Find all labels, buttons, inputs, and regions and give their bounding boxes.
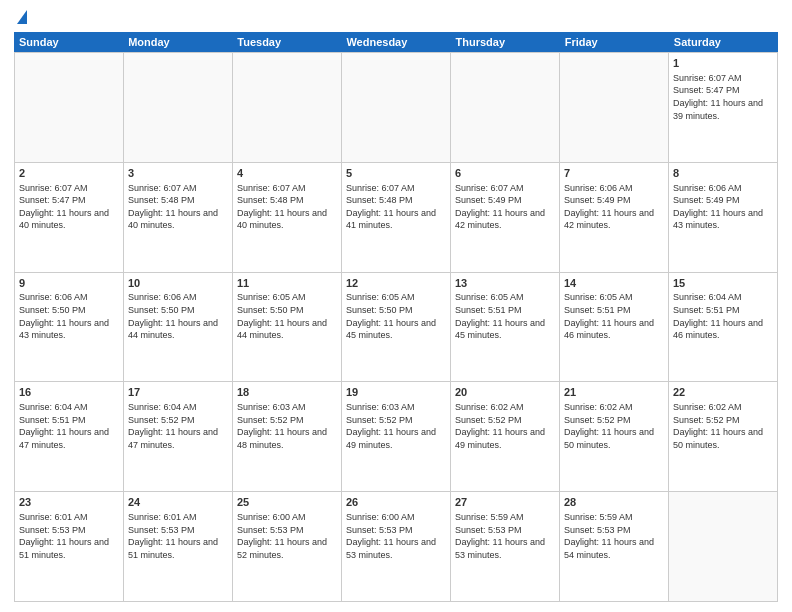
calendar-cell: 9Sunrise: 6:06 AM Sunset: 5:50 PM Daylig… bbox=[15, 273, 124, 382]
calendar-cell: 8Sunrise: 6:06 AM Sunset: 5:49 PM Daylig… bbox=[669, 163, 778, 272]
day-number: 4 bbox=[237, 166, 337, 181]
day-info: Sunrise: 6:04 AM Sunset: 5:52 PM Dayligh… bbox=[128, 401, 228, 451]
day-number: 14 bbox=[564, 276, 664, 291]
calendar-cell: 23Sunrise: 6:01 AM Sunset: 5:53 PM Dayli… bbox=[15, 492, 124, 601]
day-info: Sunrise: 6:07 AM Sunset: 5:48 PM Dayligh… bbox=[346, 182, 446, 232]
day-number: 9 bbox=[19, 276, 119, 291]
day-info: Sunrise: 5:59 AM Sunset: 5:53 PM Dayligh… bbox=[564, 511, 664, 561]
weekday-header: Sunday bbox=[14, 32, 123, 52]
weekday-header: Thursday bbox=[451, 32, 560, 52]
calendar-cell bbox=[233, 53, 342, 162]
calendar-cell: 17Sunrise: 6:04 AM Sunset: 5:52 PM Dayli… bbox=[124, 382, 233, 491]
day-info: Sunrise: 6:04 AM Sunset: 5:51 PM Dayligh… bbox=[19, 401, 119, 451]
calendar-cell: 13Sunrise: 6:05 AM Sunset: 5:51 PM Dayli… bbox=[451, 273, 560, 382]
day-number: 15 bbox=[673, 276, 773, 291]
day-info: Sunrise: 6:00 AM Sunset: 5:53 PM Dayligh… bbox=[237, 511, 337, 561]
calendar-cell: 24Sunrise: 6:01 AM Sunset: 5:53 PM Dayli… bbox=[124, 492, 233, 601]
day-number: 12 bbox=[346, 276, 446, 291]
day-number: 19 bbox=[346, 385, 446, 400]
day-info: Sunrise: 6:05 AM Sunset: 5:50 PM Dayligh… bbox=[237, 291, 337, 341]
page: SundayMondayTuesdayWednesdayThursdayFrid… bbox=[0, 0, 792, 612]
calendar: SundayMondayTuesdayWednesdayThursdayFrid… bbox=[14, 32, 778, 602]
calendar-cell: 2Sunrise: 6:07 AM Sunset: 5:47 PM Daylig… bbox=[15, 163, 124, 272]
calendar-cell: 28Sunrise: 5:59 AM Sunset: 5:53 PM Dayli… bbox=[560, 492, 669, 601]
day-number: 2 bbox=[19, 166, 119, 181]
calendar-body: 1Sunrise: 6:07 AM Sunset: 5:47 PM Daylig… bbox=[14, 52, 778, 602]
logo bbox=[14, 10, 27, 26]
day-number: 8 bbox=[673, 166, 773, 181]
day-info: Sunrise: 6:07 AM Sunset: 5:49 PM Dayligh… bbox=[455, 182, 555, 232]
day-info: Sunrise: 6:05 AM Sunset: 5:51 PM Dayligh… bbox=[564, 291, 664, 341]
day-number: 22 bbox=[673, 385, 773, 400]
calendar-cell: 16Sunrise: 6:04 AM Sunset: 5:51 PM Dayli… bbox=[15, 382, 124, 491]
day-number: 17 bbox=[128, 385, 228, 400]
calendar-cell: 15Sunrise: 6:04 AM Sunset: 5:51 PM Dayli… bbox=[669, 273, 778, 382]
calendar-cell: 6Sunrise: 6:07 AM Sunset: 5:49 PM Daylig… bbox=[451, 163, 560, 272]
day-info: Sunrise: 6:06 AM Sunset: 5:50 PM Dayligh… bbox=[128, 291, 228, 341]
day-number: 11 bbox=[237, 276, 337, 291]
day-number: 27 bbox=[455, 495, 555, 510]
calendar-cell: 4Sunrise: 6:07 AM Sunset: 5:48 PM Daylig… bbox=[233, 163, 342, 272]
calendar-cell: 3Sunrise: 6:07 AM Sunset: 5:48 PM Daylig… bbox=[124, 163, 233, 272]
day-info: Sunrise: 5:59 AM Sunset: 5:53 PM Dayligh… bbox=[455, 511, 555, 561]
day-info: Sunrise: 6:07 AM Sunset: 5:47 PM Dayligh… bbox=[673, 72, 773, 122]
calendar-cell: 19Sunrise: 6:03 AM Sunset: 5:52 PM Dayli… bbox=[342, 382, 451, 491]
calendar-cell: 18Sunrise: 6:03 AM Sunset: 5:52 PM Dayli… bbox=[233, 382, 342, 491]
day-number: 3 bbox=[128, 166, 228, 181]
calendar-cell bbox=[669, 492, 778, 601]
calendar-cell: 27Sunrise: 5:59 AM Sunset: 5:53 PM Dayli… bbox=[451, 492, 560, 601]
calendar-cell bbox=[451, 53, 560, 162]
day-info: Sunrise: 6:00 AM Sunset: 5:53 PM Dayligh… bbox=[346, 511, 446, 561]
day-number: 28 bbox=[564, 495, 664, 510]
day-info: Sunrise: 6:04 AM Sunset: 5:51 PM Dayligh… bbox=[673, 291, 773, 341]
logo-triangle-icon bbox=[17, 10, 27, 24]
day-info: Sunrise: 6:02 AM Sunset: 5:52 PM Dayligh… bbox=[455, 401, 555, 451]
calendar-cell: 26Sunrise: 6:00 AM Sunset: 5:53 PM Dayli… bbox=[342, 492, 451, 601]
calendar-cell: 12Sunrise: 6:05 AM Sunset: 5:50 PM Dayli… bbox=[342, 273, 451, 382]
calendar-cell: 10Sunrise: 6:06 AM Sunset: 5:50 PM Dayli… bbox=[124, 273, 233, 382]
calendar-cell bbox=[15, 53, 124, 162]
calendar-cell: 22Sunrise: 6:02 AM Sunset: 5:52 PM Dayli… bbox=[669, 382, 778, 491]
day-info: Sunrise: 6:07 AM Sunset: 5:48 PM Dayligh… bbox=[128, 182, 228, 232]
day-number: 25 bbox=[237, 495, 337, 510]
calendar-cell bbox=[124, 53, 233, 162]
day-number: 7 bbox=[564, 166, 664, 181]
day-number: 5 bbox=[346, 166, 446, 181]
calendar-cell: 25Sunrise: 6:00 AM Sunset: 5:53 PM Dayli… bbox=[233, 492, 342, 601]
calendar-week: 16Sunrise: 6:04 AM Sunset: 5:51 PM Dayli… bbox=[15, 382, 778, 492]
calendar-week: 2Sunrise: 6:07 AM Sunset: 5:47 PM Daylig… bbox=[15, 163, 778, 273]
day-info: Sunrise: 6:02 AM Sunset: 5:52 PM Dayligh… bbox=[673, 401, 773, 451]
calendar-week: 1Sunrise: 6:07 AM Sunset: 5:47 PM Daylig… bbox=[15, 53, 778, 163]
day-info: Sunrise: 6:01 AM Sunset: 5:53 PM Dayligh… bbox=[128, 511, 228, 561]
header bbox=[14, 10, 778, 26]
day-number: 18 bbox=[237, 385, 337, 400]
day-info: Sunrise: 6:02 AM Sunset: 5:52 PM Dayligh… bbox=[564, 401, 664, 451]
calendar-week: 23Sunrise: 6:01 AM Sunset: 5:53 PM Dayli… bbox=[15, 492, 778, 602]
day-info: Sunrise: 6:06 AM Sunset: 5:49 PM Dayligh… bbox=[564, 182, 664, 232]
calendar-cell: 20Sunrise: 6:02 AM Sunset: 5:52 PM Dayli… bbox=[451, 382, 560, 491]
day-number: 10 bbox=[128, 276, 228, 291]
day-info: Sunrise: 6:06 AM Sunset: 5:50 PM Dayligh… bbox=[19, 291, 119, 341]
day-number: 23 bbox=[19, 495, 119, 510]
weekday-header: Tuesday bbox=[232, 32, 341, 52]
day-info: Sunrise: 6:07 AM Sunset: 5:48 PM Dayligh… bbox=[237, 182, 337, 232]
day-number: 16 bbox=[19, 385, 119, 400]
weekday-header: Friday bbox=[560, 32, 669, 52]
calendar-cell: 11Sunrise: 6:05 AM Sunset: 5:50 PM Dayli… bbox=[233, 273, 342, 382]
day-info: Sunrise: 6:07 AM Sunset: 5:47 PM Dayligh… bbox=[19, 182, 119, 232]
day-number: 20 bbox=[455, 385, 555, 400]
day-info: Sunrise: 6:03 AM Sunset: 5:52 PM Dayligh… bbox=[346, 401, 446, 451]
calendar-cell bbox=[560, 53, 669, 162]
day-info: Sunrise: 6:06 AM Sunset: 5:49 PM Dayligh… bbox=[673, 182, 773, 232]
day-info: Sunrise: 6:05 AM Sunset: 5:51 PM Dayligh… bbox=[455, 291, 555, 341]
calendar-cell: 5Sunrise: 6:07 AM Sunset: 5:48 PM Daylig… bbox=[342, 163, 451, 272]
calendar-cell bbox=[342, 53, 451, 162]
weekday-header: Saturday bbox=[669, 32, 778, 52]
calendar-cell: 21Sunrise: 6:02 AM Sunset: 5:52 PM Dayli… bbox=[560, 382, 669, 491]
day-number: 24 bbox=[128, 495, 228, 510]
calendar-cell: 1Sunrise: 6:07 AM Sunset: 5:47 PM Daylig… bbox=[669, 53, 778, 162]
weekday-header: Wednesday bbox=[341, 32, 450, 52]
calendar-week: 9Sunrise: 6:06 AM Sunset: 5:50 PM Daylig… bbox=[15, 273, 778, 383]
day-info: Sunrise: 6:05 AM Sunset: 5:50 PM Dayligh… bbox=[346, 291, 446, 341]
day-info: Sunrise: 6:03 AM Sunset: 5:52 PM Dayligh… bbox=[237, 401, 337, 451]
